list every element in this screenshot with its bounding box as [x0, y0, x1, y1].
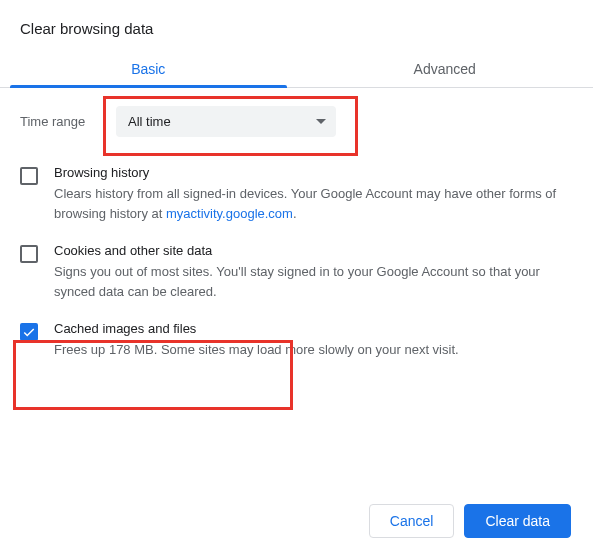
checkbox-cookies[interactable]	[20, 245, 38, 263]
option-desc-post: .	[293, 206, 297, 221]
option-desc: Frees up 178 MB. Some sites may load mor…	[54, 340, 573, 360]
checkbox-browsing-history[interactable]	[20, 167, 38, 185]
time-range-value: All time	[128, 114, 171, 129]
option-title: Cached images and files	[54, 321, 573, 336]
dialog-actions: Cancel Clear data	[369, 504, 571, 538]
option-cookies: Cookies and other site data Signs you ou…	[0, 233, 593, 311]
checkbox-cached[interactable]	[20, 323, 38, 341]
option-desc-text: Clears history from all signed-in device…	[54, 186, 556, 221]
tab-basic[interactable]: Basic	[0, 49, 297, 87]
dialog-title: Clear browsing data	[0, 0, 593, 49]
time-range-label: Time range	[20, 114, 98, 129]
option-cached: Cached images and files Frees up 178 MB.…	[0, 311, 593, 370]
tabs: Basic Advanced	[0, 49, 593, 88]
chevron-down-icon	[316, 119, 326, 125]
option-title: Cookies and other site data	[54, 243, 573, 258]
option-title: Browsing history	[54, 165, 573, 180]
option-desc: Clears history from all signed-in device…	[54, 184, 573, 223]
option-desc: Signs you out of most sites. You'll stay…	[54, 262, 573, 301]
tab-advanced[interactable]: Advanced	[297, 49, 594, 87]
time-range-row: Time range All time	[0, 88, 593, 155]
option-browsing-history: Browsing history Clears history from all…	[0, 155, 593, 233]
myactivity-link[interactable]: myactivity.google.com	[166, 206, 293, 221]
cancel-button[interactable]: Cancel	[369, 504, 455, 538]
clear-data-button[interactable]: Clear data	[464, 504, 571, 538]
time-range-select[interactable]: All time	[116, 106, 336, 137]
